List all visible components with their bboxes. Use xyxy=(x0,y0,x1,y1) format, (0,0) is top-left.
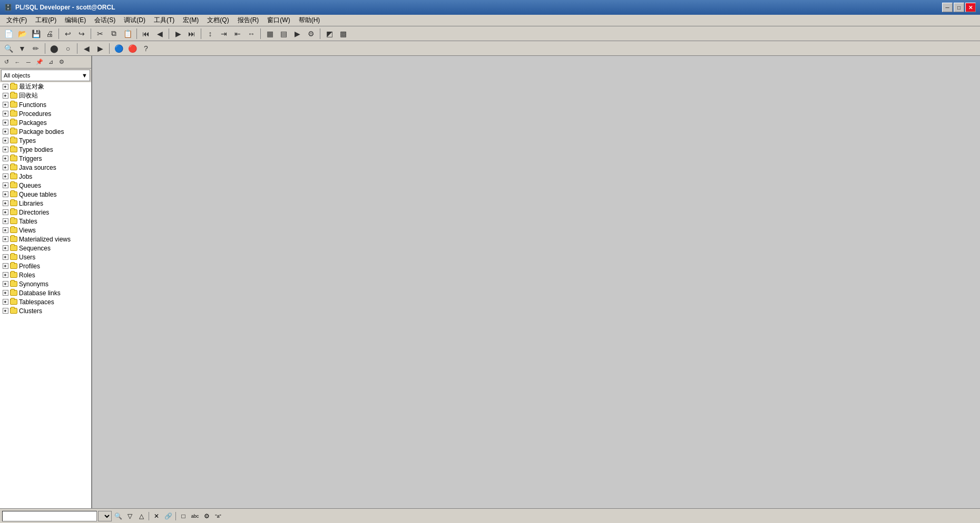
expand-plus-icon[interactable]: + xyxy=(3,227,8,233)
menu-item-help[interactable]: 帮助(H) xyxy=(295,15,325,26)
statusbar-abc-btn[interactable]: abc xyxy=(190,511,200,521)
toolbar-btn-b2[interactable]: ◀ xyxy=(153,27,166,40)
tree-item-views[interactable]: +Views xyxy=(0,226,91,235)
toolbar-btn-b12[interactable]: ⚙ xyxy=(305,27,317,40)
expand-plus-icon[interactable]: + xyxy=(3,263,8,269)
statusbar-search-input[interactable] xyxy=(2,511,97,521)
expand-plus-icon[interactable]: + xyxy=(3,129,8,134)
toolbar-btn-b1[interactable]: ⏮ xyxy=(140,27,152,40)
tree-item-triggers[interactable]: +Triggers xyxy=(0,154,91,163)
toolbar2-btn-search[interactable]: 🔍 xyxy=(2,42,15,55)
menu-item-edit[interactable]: 编辑(E) xyxy=(61,15,90,26)
toolbar-btn-b14[interactable]: ▩ xyxy=(337,27,349,40)
tree-item-recycle[interactable]: +回收站 xyxy=(0,91,91,100)
expand-plus-icon[interactable]: + xyxy=(3,191,8,197)
statusbar-prev-btn[interactable]: ▽ xyxy=(124,511,135,521)
toolbar-btn-undo[interactable]: ↩ xyxy=(62,27,74,40)
expand-plus-icon[interactable]: + xyxy=(3,281,8,287)
panel-btn-navback[interactable]: ← xyxy=(12,57,23,67)
toolbar2-btn-edit2[interactable]: ✏ xyxy=(30,42,42,55)
expand-plus-icon[interactable]: + xyxy=(3,200,8,206)
toolbar-btn-b9[interactable]: ▦ xyxy=(263,27,276,40)
toolbar-btn-redo[interactable]: ↪ xyxy=(75,27,88,40)
toolbar2-btn-t6[interactable]: 🔴 xyxy=(126,42,139,55)
object-selector[interactable]: All objects ▼ xyxy=(1,70,90,81)
toolbar-btn-new[interactable]: 📄 xyxy=(2,27,15,40)
expand-plus-icon[interactable]: + xyxy=(3,156,8,161)
tree-item-tablespaces[interactable]: +Tablespaces xyxy=(0,297,91,306)
tree-item-queue-tables[interactable]: +Queue tables xyxy=(0,190,91,199)
toolbar-btn-save[interactable]: 💾 xyxy=(30,27,42,40)
toolbar-btn-open[interactable]: 📂 xyxy=(16,27,28,40)
expand-plus-icon[interactable]: + xyxy=(3,102,8,108)
menu-item-window[interactable]: 窗口(W) xyxy=(263,15,294,26)
tree-item-db-links[interactable]: +Database links xyxy=(0,288,91,297)
tree-item-users[interactable]: +Users xyxy=(0,253,91,262)
menu-item-macro[interactable]: 宏(M) xyxy=(179,15,203,26)
statusbar-box-btn[interactable]: □ xyxy=(178,511,189,521)
expand-plus-icon[interactable]: + xyxy=(3,218,8,224)
toolbar-btn-b4[interactable]: ⏭ xyxy=(185,27,198,40)
panel-btn-pin[interactable]: 📌 xyxy=(34,57,45,67)
statusbar-quote-btn[interactable]: "a" xyxy=(213,511,223,521)
toolbar2-btn-t5[interactable]: 🔵 xyxy=(112,42,125,55)
toolbar2-btn-t7[interactable]: ? xyxy=(140,42,152,55)
menu-item-session[interactable]: 会话(S) xyxy=(90,15,120,26)
tree-item-tables[interactable]: +Tables xyxy=(0,217,91,226)
close-button[interactable]: ✕ xyxy=(965,3,976,12)
expand-plus-icon[interactable]: + xyxy=(3,138,8,143)
expand-plus-icon[interactable]: + xyxy=(3,254,8,260)
tree-item-packages[interactable]: +Packages xyxy=(0,118,91,127)
toolbar-btn-b7[interactable]: ⇤ xyxy=(231,27,244,40)
menu-item-project[interactable]: 工程(P) xyxy=(31,15,61,26)
tree-item-package-bodies[interactable]: +Package bodies xyxy=(0,127,91,136)
statusbar-clear-btn[interactable]: ✕ xyxy=(151,511,162,521)
expand-plus-icon[interactable]: + xyxy=(3,147,8,152)
statusbar-gear-btn[interactable]: ⚙ xyxy=(201,511,212,521)
statusbar-bookmark-btn[interactable]: 🔗 xyxy=(163,511,173,521)
expand-plus-icon[interactable]: + xyxy=(3,272,8,278)
restore-button[interactable]: □ xyxy=(954,3,964,12)
toolbar2-btn-t4[interactable]: ▶ xyxy=(94,42,106,55)
expand-plus-icon[interactable]: + xyxy=(3,84,8,90)
menu-item-file[interactable]: 文件(F) xyxy=(2,15,31,26)
toolbar2-btn-down[interactable]: ▼ xyxy=(16,42,28,55)
expand-plus-icon[interactable]: + xyxy=(3,173,8,179)
expand-plus-icon[interactable]: + xyxy=(3,299,8,305)
toolbar2-btn-t2[interactable]: ○ xyxy=(62,42,74,55)
panel-btn-navfwd[interactable]: ─ xyxy=(23,57,34,67)
expand-plus-icon[interactable]: + xyxy=(3,120,8,125)
statusbar-find-btn[interactable]: 🔍 xyxy=(113,511,123,521)
tree-item-queues[interactable]: +Queues xyxy=(0,181,91,190)
expand-plus-icon[interactable]: + xyxy=(3,93,8,99)
tree-item-synonyms[interactable]: +Synonyms xyxy=(0,279,91,288)
tree-item-types[interactable]: +Types xyxy=(0,136,91,145)
expand-plus-icon[interactable]: + xyxy=(3,164,8,170)
tree-item-directories[interactable]: +Directories xyxy=(0,208,91,217)
menu-item-report[interactable]: 报告(R) xyxy=(233,15,263,26)
tree-item-roles[interactable]: +Roles xyxy=(0,270,91,279)
toolbar2-btn-t1[interactable]: ⬤ xyxy=(48,42,61,55)
toolbar-btn-b6[interactable]: ⇥ xyxy=(218,27,230,40)
expand-plus-icon[interactable]: + xyxy=(3,111,8,117)
expand-plus-icon[interactable]: + xyxy=(3,182,8,188)
tree-item-java-sources[interactable]: +Java sources xyxy=(0,163,91,172)
expand-plus-icon[interactable]: + xyxy=(3,308,8,314)
expand-plus-icon[interactable]: + xyxy=(3,209,8,215)
tree-item-jobs[interactable]: +Jobs xyxy=(0,172,91,181)
expand-plus-icon[interactable]: + xyxy=(3,236,8,242)
menu-item-debug[interactable]: 调试(D) xyxy=(120,15,150,26)
expand-plus-icon[interactable]: + xyxy=(3,290,8,296)
toolbar2-btn-t3[interactable]: ◀ xyxy=(80,42,93,55)
tree-item-functions[interactable]: +Functions xyxy=(0,100,91,109)
toolbar-btn-b5[interactable]: ↕ xyxy=(204,27,217,40)
tree-item-sequences[interactable]: +Sequences xyxy=(0,244,91,253)
toolbar-btn-b13[interactable]: ◩ xyxy=(323,27,336,40)
tree-item-recent[interactable]: +最近对象 xyxy=(0,82,91,91)
statusbar-dropdown[interactable] xyxy=(98,511,112,521)
menu-item-tools[interactable]: 工具(T) xyxy=(150,15,179,26)
panel-btn-filter[interactable]: ⊿ xyxy=(45,57,56,67)
tree-item-procedures[interactable]: +Procedures xyxy=(0,109,91,118)
statusbar-next-btn[interactable]: △ xyxy=(136,511,146,521)
tree-item-libraries[interactable]: +Libraries xyxy=(0,199,91,208)
